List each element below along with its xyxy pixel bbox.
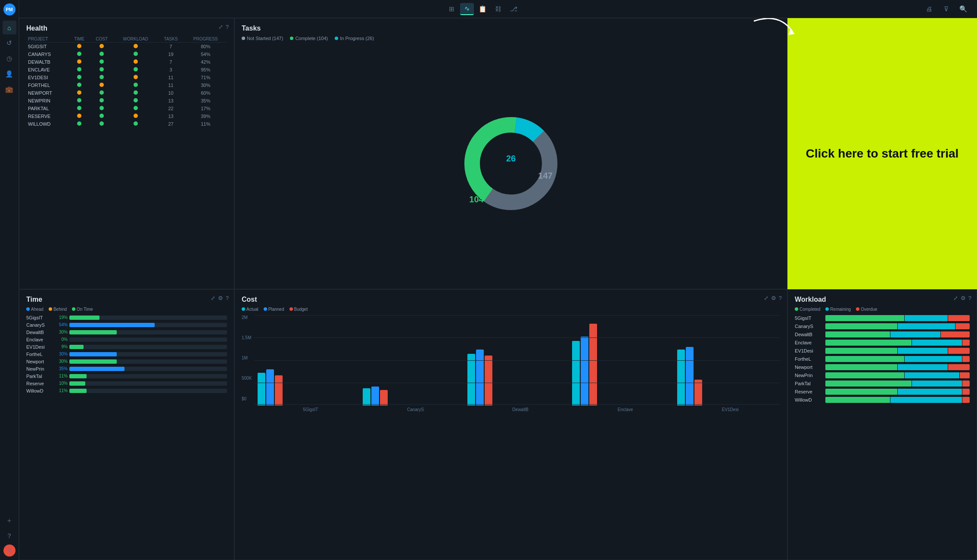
cost-xlabel: 5GigsIT	[261, 407, 361, 412]
wl-seg-overdue	[962, 381, 970, 387]
donut-center-inprogress: 26	[506, 154, 516, 163]
cell-cost	[90, 43, 114, 51]
table-row: NEWPRIN 13 35%	[26, 97, 227, 105]
app-logo[interactable]: PM	[3, 3, 16, 15]
cta-panel[interactable]: Click here to start free trial	[787, 18, 977, 289]
legend-planned: Planned	[264, 307, 284, 312]
sidebar-item-briefcase[interactable]: 💼	[3, 83, 16, 96]
cost-bar-group	[363, 387, 462, 405]
time-row-label: EV1Desi	[26, 344, 52, 350]
sidebar-item-home[interactable]: ⌂	[3, 21, 16, 34]
table-row: NEWPORT 10 60%	[26, 89, 227, 97]
cost-settings-icon[interactable]: ⚙	[771, 295, 776, 301]
time-row-label: Enclave	[26, 337, 52, 342]
sidebar-item-help[interactable]: ？	[3, 529, 16, 543]
cell-cost	[90, 120, 114, 128]
time-bar-track	[69, 389, 227, 393]
wl-seg-overdue	[962, 356, 970, 362]
time-bar-fill	[69, 367, 124, 371]
toolbar-filterv-btn[interactable]: ⊽	[939, 3, 953, 15]
cell-tasks: 22	[158, 105, 184, 112]
cell-workload	[114, 43, 158, 51]
workload-info-icon[interactable]: ?	[968, 295, 971, 301]
tasks-legend: Not Started (147) Complete (104) In Prog…	[242, 36, 780, 41]
wl-row-label: ParkTal	[795, 381, 823, 386]
wl-seg-completed	[825, 356, 904, 362]
table-row: PARKTAL 22 17%	[26, 105, 227, 112]
time-info-icon[interactable]: ?	[226, 295, 229, 301]
time-expand-icon[interactable]: ⤢	[211, 295, 215, 301]
cost-info-icon[interactable]: ?	[779, 295, 782, 301]
cost-bar	[476, 350, 484, 405]
y-0: $0	[242, 396, 252, 401]
cell-workload	[114, 66, 158, 74]
legend-wl-remaining: Remaining	[825, 307, 851, 312]
workload-panel: Workload ⤢ ⚙ ? Completed Remaining Overd…	[787, 289, 977, 560]
sidebar-item-add[interactable]: ＋	[3, 514, 16, 527]
toolbar-search-btn[interactable]: 🔍	[956, 3, 970, 15]
wl-row-label: Reserve	[795, 389, 823, 394]
workload-settings-icon[interactable]: ⚙	[961, 295, 966, 301]
cost-xlabel: CanaryS	[366, 407, 466, 412]
workload-row-item: FortheL	[795, 356, 970, 362]
toolbar-branch-btn[interactable]: ⎇	[507, 3, 520, 15]
sidebar-item-users[interactable]: 👤	[3, 67, 16, 81]
time-row-item: Enclave 0%	[26, 337, 227, 342]
time-row-label: WillowD	[26, 388, 52, 393]
health-title: Health	[26, 25, 227, 32]
cell-workload	[114, 120, 158, 128]
wl-row-label: Enclave	[795, 340, 823, 345]
toolbar-filter-btn[interactable]: ⊞	[445, 3, 458, 15]
toolbar-link-btn[interactable]: ⛓	[491, 3, 505, 15]
grid-line-25	[254, 337, 780, 338]
cost-bar	[266, 369, 274, 405]
cell-time	[69, 58, 90, 66]
wl-seg-overdue	[941, 331, 970, 337]
cell-time	[69, 43, 90, 51]
wl-seg-remaining	[890, 397, 962, 403]
time-bar-track	[69, 345, 227, 349]
toolbar-chart-btn[interactable]: ∿	[460, 3, 474, 15]
wl-seg-remaining	[905, 356, 962, 362]
time-bar-pct: 9%	[55, 344, 68, 349]
cost-expand-icon[interactable]: ⤢	[764, 295, 769, 301]
time-bar-area: 11%	[55, 374, 227, 378]
wl-seg-completed	[825, 348, 897, 354]
cell-workload	[114, 50, 158, 58]
cta-text[interactable]: Click here to start free trial	[806, 146, 959, 161]
sidebar-item-refresh[interactable]: ↺	[3, 36, 16, 50]
wl-bar-area	[825, 389, 970, 395]
health-expand-icon[interactable]: ⤢	[218, 24, 223, 30]
health-info-icon[interactable]: ?	[226, 24, 229, 30]
wl-seg-remaining	[905, 315, 948, 321]
cell-cost	[90, 50, 114, 58]
time-row-item: NewPrin 35%	[26, 366, 227, 371]
cell-cost	[90, 58, 114, 66]
time-bar-area: 0%	[55, 337, 227, 342]
workload-expand-icon[interactable]: ⤢	[953, 295, 958, 301]
cell-workload	[114, 58, 158, 66]
time-settings-icon[interactable]: ⚙	[218, 295, 223, 301]
cell-progress: 80%	[184, 43, 227, 51]
toolbar-print-btn[interactable]: 🖨	[922, 3, 936, 15]
wl-seg-remaining	[898, 348, 948, 354]
time-bar-track	[69, 352, 227, 356]
sidebar-item-avatar[interactable]: U	[3, 545, 16, 557]
wl-row-label: 5GigsIT	[795, 316, 823, 321]
legend-actual: Actual	[242, 307, 258, 312]
sidebar-item-clock[interactable]: ◷	[3, 52, 16, 65]
cell-cost	[90, 97, 114, 105]
cost-bar-group	[467, 350, 567, 405]
time-bar-track	[69, 330, 227, 334]
wl-bar-area	[825, 340, 970, 346]
cost-xlabel: DewaltB	[470, 407, 570, 412]
cell-tasks: 3	[158, 66, 184, 74]
cost-xlabels: 5GigsITCanarySDewaltBEnclaveEV1Desi	[242, 407, 780, 412]
col-workload: WORKLOAD	[114, 36, 158, 43]
time-title: Time	[26, 296, 227, 303]
time-row-item: Reserve 10%	[26, 381, 227, 386]
toolbar-clipboard-btn[interactable]: 📋	[476, 3, 489, 15]
wl-seg-overdue	[962, 389, 970, 395]
time-row-item: DewaltB 30%	[26, 330, 227, 335]
time-bar-track	[69, 337, 227, 342]
